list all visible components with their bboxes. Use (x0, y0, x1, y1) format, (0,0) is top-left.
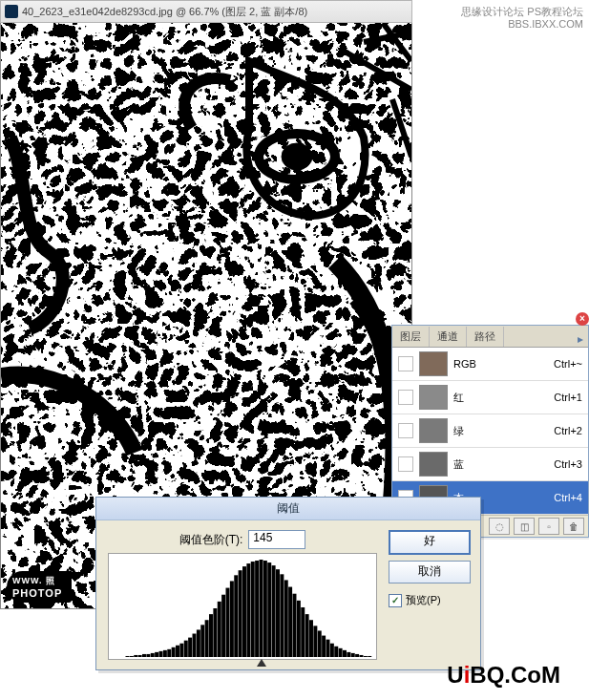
visibility-toggle[interactable] (398, 390, 413, 405)
document-title: 40_2623_e31e042de8293cd.jpg @ 66.7% (图层 … (22, 5, 307, 19)
svg-rect-37 (246, 563, 250, 657)
svg-rect-34 (234, 575, 238, 657)
svg-rect-35 (239, 570, 242, 657)
svg-rect-9 (130, 656, 134, 657)
svg-rect-26 (200, 625, 204, 657)
svg-rect-62 (351, 653, 355, 657)
svg-rect-52 (309, 620, 313, 657)
channel-thumbnail (419, 418, 448, 443)
tab-channels[interactable]: 通道 (430, 327, 467, 347)
histogram (108, 553, 377, 660)
preview-checkbox[interactable]: ✓ 预览(P) (389, 593, 471, 607)
load-selection-icon[interactable]: ◌ (489, 518, 510, 535)
save-selection-icon[interactable]: ◫ (514, 518, 535, 535)
visibility-toggle[interactable] (398, 423, 413, 438)
channel-thumbnail (419, 452, 448, 477)
channel-thumbnail (419, 351, 448, 376)
svg-rect-17 (163, 650, 167, 657)
channel-row[interactable]: 绿Ctrl+2 (392, 414, 588, 448)
svg-rect-14 (151, 653, 155, 657)
channel-label: RGB (453, 358, 548, 370)
svg-rect-47 (288, 587, 292, 657)
svg-rect-50 (301, 607, 305, 657)
svg-rect-21 (179, 644, 183, 657)
svg-rect-27 (205, 620, 209, 657)
image-watermark-line2: PHOTOP (12, 587, 62, 599)
svg-rect-33 (230, 581, 234, 657)
desktop-watermark-line2: BBS.IBXX.COM (461, 18, 583, 31)
svg-rect-19 (172, 647, 176, 657)
brand-watermark: UiBQ.CoM (447, 662, 560, 689)
channel-shortcut: Ctrl+2 (554, 425, 582, 436)
svg-rect-12 (142, 654, 146, 657)
svg-rect-57 (330, 644, 334, 657)
brand-prefix: U (447, 662, 463, 688)
svg-rect-15 (155, 652, 158, 657)
svg-rect-24 (193, 634, 197, 657)
app-icon (5, 5, 18, 18)
ok-button[interactable]: 好 (389, 530, 471, 555)
channel-row[interactable]: 蓝Ctrl+3 (392, 448, 588, 481)
svg-rect-20 (176, 646, 179, 657)
threshold-input[interactable]: 145 (248, 530, 305, 549)
svg-rect-38 (251, 562, 255, 657)
channel-row[interactable]: 红Ctrl+1 (392, 381, 588, 414)
svg-rect-41 (263, 561, 267, 657)
svg-point-3 (282, 143, 312, 170)
svg-rect-16 (159, 651, 163, 657)
threshold-slider-handle[interactable] (257, 659, 266, 667)
svg-rect-64 (360, 655, 364, 657)
svg-rect-63 (355, 654, 359, 657)
svg-rect-66 (368, 656, 371, 657)
image-watermark: WWW. 照 PHOTOP (7, 571, 72, 603)
svg-rect-11 (138, 655, 142, 657)
threshold-label: 阈值色阶(T): (179, 532, 243, 548)
channel-label: 红 (453, 391, 548, 405)
desktop-watermark: 思缘设计论坛 PS教程论坛 BBS.IBXX.COM (461, 6, 583, 31)
svg-rect-8 (126, 656, 130, 657)
channel-shortcut: Ctrl+4 (554, 492, 582, 503)
svg-rect-32 (226, 588, 230, 657)
channel-row[interactable]: RGBCtrl+~ (392, 348, 588, 381)
dialog-title[interactable]: 阈值 (96, 498, 480, 520)
svg-rect-30 (218, 602, 221, 657)
panel-menu-icon[interactable]: ▸ (573, 331, 588, 347)
threshold-slider-track[interactable] (109, 659, 376, 668)
new-channel-icon[interactable]: ▫ (538, 518, 559, 535)
preview-label: 预览(P) (406, 593, 441, 607)
svg-rect-48 (293, 594, 297, 657)
svg-rect-29 (213, 608, 217, 657)
channel-thumbnail (419, 385, 448, 410)
svg-rect-46 (284, 580, 288, 657)
svg-rect-45 (280, 574, 284, 657)
svg-rect-10 (134, 655, 137, 657)
svg-rect-28 (209, 614, 213, 657)
svg-rect-58 (334, 647, 338, 657)
channel-shortcut: Ctrl+1 (554, 392, 582, 403)
visibility-toggle[interactable] (398, 456, 413, 472)
document-titlebar[interactable]: 40_2623_e31e042de8293cd.jpg @ 66.7% (图层 … (0, 0, 412, 23)
delete-channel-icon[interactable]: 🗑 (563, 518, 584, 535)
svg-rect-36 (242, 566, 246, 657)
tab-paths[interactable]: 路径 (467, 327, 504, 347)
brand-suffix: BQ.CoM (470, 662, 560, 688)
svg-rect-42 (267, 562, 271, 657)
svg-rect-43 (272, 565, 276, 657)
svg-rect-40 (260, 560, 263, 657)
visibility-toggle[interactable] (398, 356, 413, 371)
channel-label: 绿 (453, 424, 548, 438)
tab-layers[interactable]: 图层 (392, 327, 430, 347)
svg-rect-51 (305, 614, 309, 657)
svg-rect-61 (347, 652, 350, 657)
svg-rect-56 (326, 640, 330, 657)
svg-rect-13 (146, 654, 150, 657)
svg-rect-54 (318, 630, 322, 657)
svg-rect-44 (276, 569, 280, 657)
channel-shortcut: Ctrl+~ (554, 358, 582, 370)
desktop-watermark-line1: 思缘设计论坛 PS教程论坛 (461, 6, 583, 18)
svg-rect-31 (221, 595, 225, 657)
svg-rect-65 (364, 656, 368, 657)
panel-close-icon[interactable]: × (576, 312, 589, 326)
cancel-button[interactable]: 取消 (389, 561, 471, 583)
image-watermark-line1: WWW. 照 (12, 575, 62, 587)
